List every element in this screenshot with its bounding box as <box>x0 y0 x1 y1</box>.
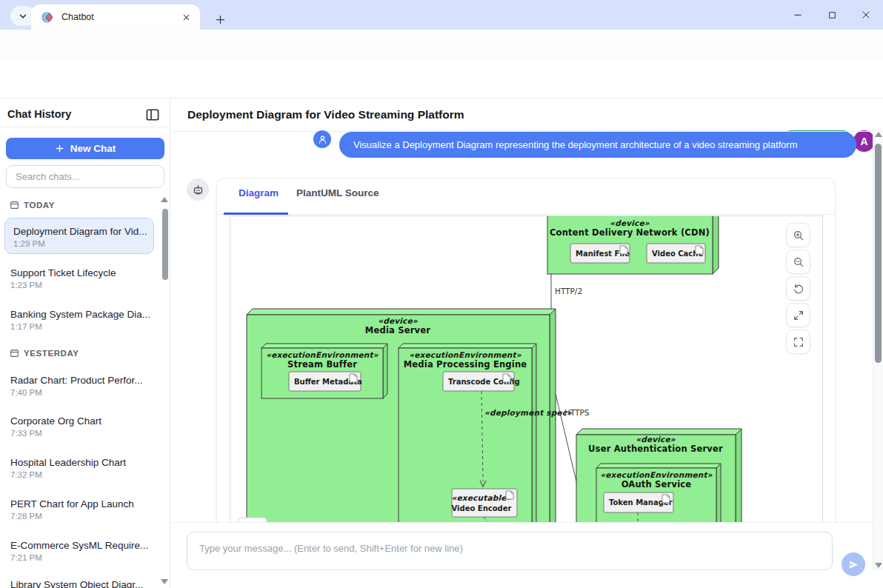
section-label-today: TODAY <box>24 201 55 210</box>
new-chat-label: New Chat <box>70 143 116 154</box>
sidebar-divider <box>0 127 170 127</box>
application-window: Chatbot ai-toolbox.visual <box>0 0 883 588</box>
collapse-sidebar-button[interactable] <box>146 109 159 124</box>
app-header: Chatbot Powered by Visual Paradigm More … <box>0 61 883 98</box>
chat-item-time: 7:33 PM <box>10 429 42 438</box>
expand-arrows-icon <box>793 310 804 321</box>
tab-diagram[interactable]: Diagram <box>239 187 279 198</box>
svg-text:HTTP/2: HTTP/2 <box>555 287 582 295</box>
new-tab-button[interactable] <box>210 10 230 29</box>
calendar-icon <box>10 200 19 210</box>
zoom-in-icon <box>793 230 804 241</box>
chat-item-time: 1:29 PM <box>13 239 45 248</box>
tab-title: Chatbot <box>61 12 179 22</box>
artifact-transcode-config: Transcode Config <box>443 372 520 391</box>
chat-item-title[interactable]: Banking System Package Dia... <box>10 309 156 320</box>
window-close-button[interactable] <box>853 6 879 24</box>
artifact-video-encoder: «executable» Video Encoder <box>451 489 517 517</box>
artifact-manifest-file: Manifest File <box>570 244 630 263</box>
new-chat-button[interactable]: New Chat <box>6 138 164 159</box>
chat-item-time: 7:21 PM <box>10 553 42 562</box>
chat-item-title[interactable]: Support Ticket Lifecycle <box>10 267 156 278</box>
window-maximize-button[interactable] <box>819 6 844 24</box>
chevron-down-icon <box>18 11 28 21</box>
node-oauth-service: «executionEnvironment» OAuth Service Tok… <box>596 464 721 527</box>
artifact-token-manager: Token Manager <box>604 492 673 512</box>
user-avatar <box>313 130 331 148</box>
svg-text:«executionEnvironment»: «executionEnvironment» <box>409 350 522 359</box>
send-plane-icon <box>848 559 859 570</box>
bot-avatar <box>187 178 209 201</box>
svg-text:«executable»: «executable» <box>451 493 511 502</box>
plus-icon <box>215 14 226 25</box>
svg-text:«device»: «device» <box>610 218 650 227</box>
chat-item-title[interactable]: PERT Chart for App Launch <box>10 498 156 510</box>
chat-item-time: 7:28 PM <box>10 512 42 521</box>
search-chats-input[interactable] <box>6 165 164 188</box>
scroll-up-arrow[interactable] <box>875 132 882 137</box>
diagram-expand-button[interactable] <box>786 303 810 327</box>
diagram-reset-button[interactable] <box>786 276 810 301</box>
svg-text:OAuth Service: OAuth Service <box>622 479 692 490</box>
browser-titlebar: Chatbot <box>0 0 883 30</box>
content-scrollbar[interactable] <box>873 129 883 571</box>
chat-item-time: 1:17 PM <box>10 322 42 331</box>
chat-item-title[interactable]: Radar Chart: Product Perfor... <box>10 375 156 386</box>
message-input-panel <box>171 522 883 588</box>
diagram-zoom-in-button[interactable] <box>786 223 810 247</box>
zoom-out-icon <box>793 256 804 268</box>
maximize-icon <box>827 10 837 20</box>
tab-close-button[interactable] <box>179 10 193 24</box>
message-input[interactable] <box>187 532 833 570</box>
svg-text:«deployment spec»: «deployment spec» <box>484 408 572 418</box>
svg-text:User Authentication Server: User Authentication Server <box>588 444 723 454</box>
artifact-buffer-metadata: Buffer Metadata <box>289 372 362 391</box>
calendar-icon <box>10 348 19 358</box>
app-user-avatar[interactable]: A <box>853 130 875 152</box>
svg-text:Video Encoder: Video Encoder <box>452 504 512 512</box>
artifact-video-cache: Video Cache <box>647 244 705 263</box>
sidebar-scroll-up-arrow[interactable] <box>161 197 168 202</box>
minimize-icon <box>793 10 803 20</box>
reset-rotate-icon <box>793 283 804 295</box>
page-title: Deployment Diagram for Video Streaming P… <box>187 108 464 121</box>
browser-toolbar: ai-toolbox.visual-paradigm.com/app/chatb… <box>0 30 883 61</box>
robot-icon <box>192 184 204 196</box>
tab-plantuml-source[interactable]: PlantUML Source <box>296 187 379 198</box>
chat-item-time: 7:32 PM <box>10 470 42 479</box>
node-stream-buffer: «executionEnvironment» Stream Buffer Buf… <box>261 344 387 398</box>
person-icon <box>317 134 328 145</box>
chat-item-time: 7:40 PM <box>10 388 42 397</box>
browser-tab[interactable]: Chatbot <box>31 4 200 30</box>
scrollbar-thumb[interactable] <box>875 144 882 363</box>
section-label-yesterday: YESTERDAY <box>24 349 79 358</box>
deployment-diagram-canvas[interactable]: HTTP/2 HTTPS «device» Content Delivery N… <box>230 216 822 527</box>
chat-item-title[interactable]: Corporate Org Chart <box>10 415 156 427</box>
fullscreen-brackets-icon <box>793 336 804 348</box>
chat-item-title[interactable]: E-Commerce SysML Require... <box>10 540 156 551</box>
window-minimize-button[interactable] <box>785 6 810 24</box>
svg-text:Stream Buffer: Stream Buffer <box>287 359 357 370</box>
node-cdn: «device» Content Delivery Network (CDN) … <box>547 216 719 274</box>
scroll-down-arrow[interactable] <box>875 563 882 568</box>
diagram-zoom-out-button[interactable] <box>786 250 810 274</box>
chat-item-title[interactable]: Hospital Leadership Chart <box>10 457 156 468</box>
chat-item-time: 1:23 PM <box>10 281 42 290</box>
panel-collapse-icon <box>146 109 159 121</box>
sidebar-scrollbar-thumb[interactable] <box>162 209 168 280</box>
svg-text:Content Delivery Network (CDN): Content Delivery Network (CDN) <box>550 227 710 238</box>
node-auth-server: «device» User Authentication Server «exe… <box>576 429 742 527</box>
chat-item-title[interactable]: Deployment Diagram for Vid... <box>13 226 148 237</box>
plus-icon <box>55 144 64 153</box>
close-icon <box>182 13 190 21</box>
user-message-bubble: Visualize a Deployment Diagram represent… <box>339 132 856 158</box>
diagram-fullscreen-button[interactable] <box>786 330 810 354</box>
svg-text:«executionEnvironment»: «executionEnvironment» <box>600 470 713 479</box>
sidebar-title: Chat History <box>7 108 71 120</box>
send-button[interactable] <box>842 552 865 576</box>
close-icon <box>861 10 871 20</box>
sidebar-scroll-down-arrow[interactable] <box>161 579 168 584</box>
chat-item-title[interactable]: Library System Object Diagr... <box>10 579 156 588</box>
svg-text:«device»: «device» <box>636 435 676 444</box>
svg-text:«executionEnvironment»: «executionEnvironment» <box>266 350 379 359</box>
